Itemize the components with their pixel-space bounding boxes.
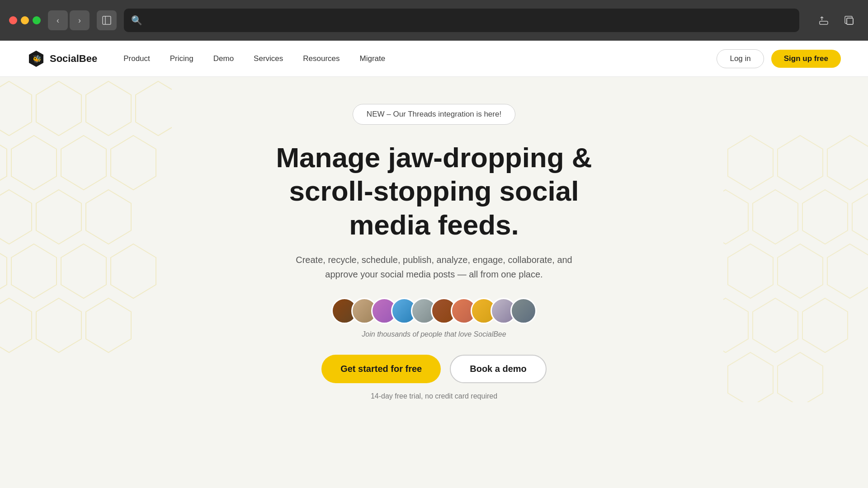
hero-subtitle: Create, recycle, schedule, publish, anal…: [280, 253, 588, 282]
nav-item-pricing[interactable]: Pricing: [162, 51, 202, 67]
nav-actions: Log in Sign up free: [717, 49, 841, 68]
navbar: 🐝 SocialBee Product Pricing Demo Service…: [0, 41, 868, 77]
social-proof-text: Join thousands of people that love Socia…: [362, 330, 506, 338]
announcement-badge[interactable]: NEW – Our Threads integration is here!: [353, 104, 515, 125]
maximize-button[interactable]: [33, 16, 41, 24]
logo-text: SocialBee: [50, 53, 97, 65]
address-bar[interactable]: 🔍: [124, 9, 799, 32]
forward-button[interactable]: ›: [70, 10, 90, 30]
nav-buttons: ‹ ›: [48, 10, 90, 30]
close-button[interactable]: [9, 16, 17, 24]
cta-buttons: Get started for free Book a demo: [321, 355, 547, 383]
browser-actions: [814, 10, 859, 30]
signup-button[interactable]: Sign up free: [771, 50, 841, 68]
back-button[interactable]: ‹: [48, 10, 68, 30]
book-demo-button[interactable]: Book a demo: [450, 355, 547, 383]
avatar: [510, 298, 537, 324]
logo-icon: 🐝: [27, 50, 45, 68]
svg-rect-0: [103, 16, 111, 24]
logo[interactable]: 🐝 SocialBee: [27, 50, 97, 68]
nav-item-resources[interactable]: Resources: [295, 51, 348, 67]
trial-note: 14-day free trial, no credit card requir…: [371, 392, 497, 400]
traffic-lights: [9, 16, 41, 24]
nav-item-services[interactable]: Services: [245, 51, 291, 67]
minimize-button[interactable]: [21, 16, 29, 24]
svg-text:🐝: 🐝: [33, 55, 42, 63]
svg-rect-2: [820, 21, 828, 24]
avatars-row: [331, 298, 537, 324]
svg-rect-4: [847, 18, 853, 24]
hero-title: Manage jaw-dropping & scroll-stopping so…: [262, 141, 606, 242]
nav-item-demo[interactable]: Demo: [205, 51, 242, 67]
share-button[interactable]: [814, 10, 834, 30]
browser-chrome: ‹ › 🔍: [0, 0, 868, 41]
login-button[interactable]: Log in: [717, 49, 764, 68]
new-window-button[interactable]: [839, 10, 859, 30]
website-content: 🐝 SocialBee Product Pricing Demo Service…: [0, 41, 868, 488]
nav-item-product[interactable]: Product: [115, 51, 158, 67]
search-icon: 🔍: [131, 15, 142, 26]
hero-section: NEW – Our Threads integration is here! M…: [0, 77, 868, 400]
nav-item-migrate[interactable]: Migrate: [352, 51, 394, 67]
nav-links: Product Pricing Demo Services Resources …: [115, 51, 717, 67]
sidebar-toggle-button[interactable]: [97, 10, 117, 30]
get-started-button[interactable]: Get started for free: [321, 355, 441, 383]
